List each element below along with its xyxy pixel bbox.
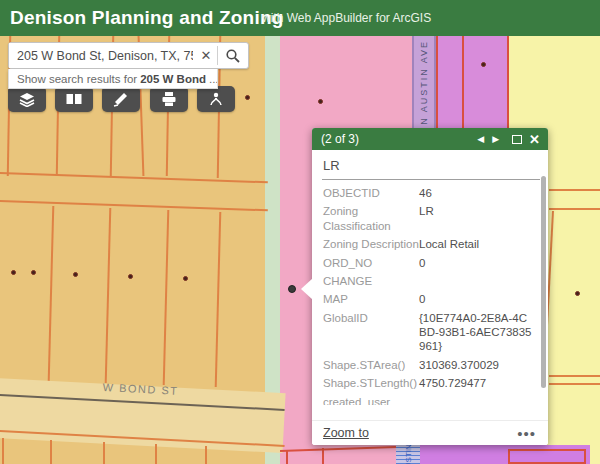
parcel-line — [549, 208, 600, 210]
map-application: W BOND ST N AUSTIN AVE N AUSTIN AVE — [0, 0, 600, 464]
search-widget: ✕ — [8, 42, 249, 69]
parcel-line — [549, 375, 600, 377]
draw-icon — [208, 91, 224, 107]
print-button[interactable] — [150, 86, 188, 112]
point-feature[interactable] — [481, 62, 486, 67]
popup-feature-title: LR — [312, 150, 548, 179]
close-icon[interactable]: ✕ — [529, 132, 540, 147]
popup-pagination: (2 of 3) — [321, 132, 473, 146]
parcel-line — [549, 189, 600, 191]
layers-icon — [18, 92, 36, 107]
more-options-icon[interactable]: ••• — [517, 425, 536, 442]
clear-search-icon[interactable]: ✕ — [195, 43, 217, 68]
point-feature[interactable] — [128, 274, 133, 279]
point-feature[interactable] — [11, 270, 16, 275]
measure-button[interactable] — [102, 86, 140, 112]
attribute-row: Shape.STLength()4750.729477 — [323, 376, 534, 390]
zoning-outline — [322, 448, 324, 464]
suggestion-text: Show search results for — [17, 73, 137, 85]
previous-feature-icon[interactable]: ◀ — [477, 134, 484, 144]
point-feature[interactable] — [31, 270, 36, 275]
point-feature[interactable] — [575, 291, 580, 296]
search-suggestion[interactable]: Show search results for 205 W Bond ... — [8, 69, 218, 89]
point-feature[interactable] — [245, 95, 250, 100]
attribute-row: OBJECTID46 — [323, 186, 534, 200]
draw-button[interactable] — [197, 86, 235, 112]
attribute-row: CHANGE — [323, 274, 534, 288]
zoning-outline — [436, 36, 438, 128]
attribute-row: ORD_NO0 — [323, 256, 534, 270]
point-feature[interactable] — [183, 276, 188, 281]
street-label-n-austin-lower: N AUSTIN AVE — [404, 445, 413, 464]
parcel-line — [205, 446, 207, 464]
app-title: Denison Planning and Zoning — [10, 7, 284, 29]
street-n-austin[interactable]: N AUSTIN AVE — [412, 36, 436, 128]
selected-point-feature[interactable] — [288, 285, 296, 293]
search-button[interactable] — [218, 43, 248, 68]
zoning-outline — [507, 36, 509, 128]
attribute-table: OBJECTID46 Zoning ClassificationLR Zonin… — [312, 186, 548, 405]
app-header: Denison Planning and Zoning with Web App… — [0, 0, 600, 36]
feature-popup: (2 of 3) ◀ ▶ ✕ LR OBJECTID46 Zoning Clas… — [312, 128, 548, 445]
parcel-line — [549, 383, 600, 385]
attribute-row: Zoning ClassificationLR — [323, 204, 534, 233]
zoning-outline — [286, 450, 288, 464]
street-label-n-austin: N AUSTIN AVE — [419, 40, 429, 125]
app-subtitle: with Web AppBuilder for ArcGIS — [262, 11, 431, 25]
attribute-row: GlobalID{10E774A0-2E8A-4CBD-93B1-6AEC738… — [323, 311, 534, 354]
map-zone-violet[interactable] — [436, 36, 508, 128]
layers-button[interactable] — [8, 86, 46, 112]
measure-icon — [113, 91, 129, 107]
point-feature[interactable] — [318, 99, 323, 104]
zoning-outline — [462, 36, 464, 128]
attribute-row: Shape.STArea()310369.370029 — [323, 358, 534, 372]
parcel-line — [155, 444, 157, 464]
parcel-line — [50, 440, 52, 464]
suggestion-ellipsis: ... — [209, 73, 218, 85]
parcel-line — [2, 438, 4, 464]
popup-body: LR OBJECTID46 Zoning ClassificationLR Zo… — [312, 150, 548, 445]
print-icon — [160, 91, 178, 107]
zoom-to-link[interactable]: Zoom to — [323, 426, 369, 440]
attribute-row: Zoning DescriptionLocal Retail — [323, 237, 534, 251]
search-icon — [225, 48, 241, 64]
point-feature[interactable] — [73, 272, 78, 277]
maximize-icon[interactable] — [512, 135, 522, 144]
popup-scrollbar[interactable] — [541, 176, 546, 388]
parcel-line — [103, 442, 105, 464]
popup-footer: Zoom to ••• — [312, 420, 548, 445]
suggestion-query: 205 W Bond — [140, 73, 206, 85]
attribute-row: created_user — [323, 395, 534, 406]
zoning-parcel[interactable] — [508, 449, 586, 464]
divider — [322, 179, 540, 180]
basemap-gallery-icon — [65, 92, 83, 106]
basemap-gallery-button[interactable] — [55, 86, 93, 112]
search-input[interactable] — [9, 43, 195, 68]
next-feature-icon[interactable]: ▶ — [492, 134, 499, 144]
attribute-row: MAP0 — [323, 292, 534, 306]
popup-titlebar: (2 of 3) ◀ ▶ ✕ — [312, 128, 548, 150]
street-n-austin-lower[interactable]: N AUSTIN AVE — [396, 445, 420, 464]
